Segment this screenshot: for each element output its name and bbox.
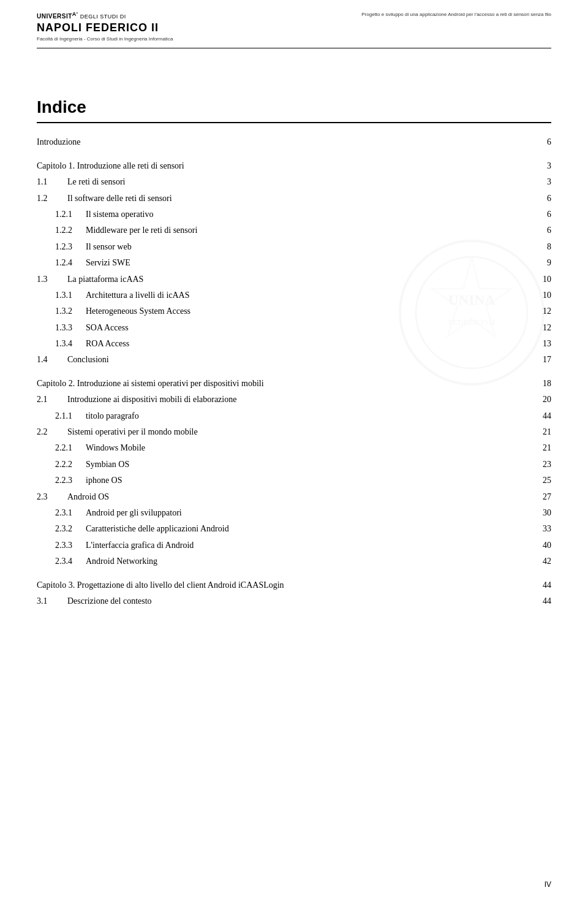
- toc-entry: 2.2.1Windows Mobile21: [37, 441, 551, 455]
- toc-entry: 2.3.3L'interfaccia grafica di Android40: [37, 539, 551, 552]
- toc-label: titolo paragrafo: [86, 409, 533, 423]
- toc-page: 44: [533, 409, 551, 423]
- toc-number: 2.3.2: [37, 522, 86, 536]
- content: Indice Introduzione6Capitolo 1. Introduz…: [37, 48, 551, 608]
- toc-number: 1.3.1: [37, 289, 86, 302]
- toc-entry: 2.2.3iphone OS25: [37, 474, 551, 487]
- toc: Introduzione6Capitolo 1. Introduzione al…: [37, 135, 551, 608]
- toc-number: 2.3.3: [37, 539, 86, 552]
- toc-page: 8: [533, 240, 551, 254]
- toc-label: Architettura a livelli di icAAS: [86, 289, 533, 302]
- toc-number: 1.1: [37, 175, 67, 189]
- chapter-label: Capitolo 3. Progettazione di alto livell…: [37, 579, 284, 592]
- toc-entry: 1.3.3SOA Access12: [37, 321, 551, 335]
- toc-page: 13: [533, 337, 551, 351]
- toc-label: Middleware per le reti di sensori: [86, 224, 533, 237]
- toc-entry: 2.1.1titolo paragrafo44: [37, 409, 551, 423]
- chapter-label: Capitolo 2. Introduzione ai sistemi oper…: [37, 377, 264, 390]
- toc-page: 25: [533, 474, 551, 487]
- toc-entry: 1.2Il software delle reti di sensori6: [37, 192, 551, 205]
- toc-entry: 1.2.3Il sensor web8: [37, 240, 551, 254]
- toc-entry: 1.2.1Il sistema operativo6: [37, 208, 551, 221]
- toc-number: 1.3.2: [37, 305, 86, 318]
- toc-number: 2.2: [37, 425, 67, 439]
- toc-label: La piattaforma icAAS: [67, 273, 533, 286]
- header-left: UNIVERSITA' DEGLI STUDI DI NAPOLI FEDERI…: [37, 11, 173, 42]
- toc-label: Introduzione: [37, 135, 533, 149]
- toc-label: Introduzione ai dispositivi mobili di el…: [67, 393, 533, 406]
- toc-entry: 1.3.4ROA Access13: [37, 337, 551, 351]
- toc-entry: 1.3.1Architettura a livelli di icAAS10: [37, 289, 551, 302]
- toc-label: Descrizione del contesto: [67, 595, 533, 608]
- page: UNIVERSITA' DEGLI STUDI DI NAPOLI FEDERI…: [0, 0, 588, 901]
- toc-entry: 2.2.2Symbian OS23: [37, 458, 551, 471]
- toc-number: 1.3: [37, 273, 67, 286]
- toc-entry: 1.3.2Heterogeneous System Access12: [37, 305, 551, 318]
- toc-number: 2.1: [37, 393, 67, 406]
- university-name: UNIVERSITA' DEGLI STUDI DI NAPOLI FEDERI…: [37, 11, 173, 35]
- toc-number: 1.2.1: [37, 208, 86, 221]
- toc-number: 1.3.4: [37, 337, 86, 351]
- toc-label: Android per gli sviluppatori: [86, 506, 533, 520]
- chapter-label: Capitolo 1. Introduzione alle reti di se…: [37, 159, 184, 173]
- toc-label: Il software delle reti di sensori: [67, 192, 533, 205]
- toc-page: 10: [533, 273, 551, 286]
- toc-number: 2.2.1: [37, 441, 86, 455]
- toc-page: 6: [533, 192, 551, 205]
- toc-page: 21: [533, 441, 551, 455]
- indice-title: Indice: [37, 97, 551, 123]
- toc-number: 1.2: [37, 192, 67, 205]
- toc-number: 2.3: [37, 490, 67, 504]
- toc-page: 6: [533, 208, 551, 221]
- toc-entry: Capitolo 2. Introduzione ai sistemi oper…: [37, 377, 551, 390]
- toc-label: L'interfaccia grafica di Android: [86, 539, 533, 552]
- toc-entry: 2.2Sistemi operativi per il mondo mobile…: [37, 425, 551, 439]
- toc-number: 2.2.2: [37, 458, 86, 471]
- toc-entry: 2.3.2Caratteristiche delle applicazioni …: [37, 522, 551, 536]
- toc-number: 2.3.4: [37, 555, 86, 568]
- toc-page: 3: [533, 175, 551, 189]
- toc-number: 1.4: [37, 353, 67, 367]
- toc-page: 42: [533, 555, 551, 568]
- toc-entry: 1.2.4Servizi SWE9: [37, 256, 551, 270]
- toc-label: ROA Access: [86, 337, 533, 351]
- toc-page: 12: [533, 321, 551, 335]
- toc-page: 17: [533, 353, 551, 367]
- toc-page: 27: [533, 490, 551, 504]
- header: UNIVERSITA' DEGLI STUDI DI NAPOLI FEDERI…: [37, 0, 551, 48]
- toc-label: iphone OS: [86, 474, 533, 487]
- footer-page-number: IV: [545, 880, 551, 889]
- faculty-info: Facoltà di Ingegneria - Corso di Studi i…: [37, 36, 173, 42]
- toc-page: 40: [533, 539, 551, 552]
- toc-entry: 2.3.4Android Networking42: [37, 555, 551, 568]
- toc-entry: Introduzione6: [37, 135, 551, 149]
- toc-page: 44: [533, 595, 551, 608]
- toc-page: 9: [533, 256, 551, 270]
- toc-entry: Capitolo 1. Introduzione alle reti di se…: [37, 159, 551, 173]
- toc-label: Conclusioni: [67, 353, 533, 367]
- toc-number: 2.1.1: [37, 409, 86, 423]
- toc-page: 10: [533, 289, 551, 302]
- chapter-page: 44: [533, 579, 551, 592]
- toc-label: Android OS: [67, 490, 533, 504]
- toc-number: 1.2.3: [37, 240, 86, 254]
- toc-page: 6: [533, 224, 551, 237]
- toc-page: 33: [533, 522, 551, 536]
- toc-number: 1.2.2: [37, 224, 86, 237]
- toc-label: Il sistema operativo: [86, 208, 533, 221]
- toc-label: SOA Access: [86, 321, 533, 335]
- toc-entry: 2.1Introduzione ai dispositivi mobili di…: [37, 393, 551, 406]
- toc-page: 30: [533, 506, 551, 520]
- thesis-title: Progetto e sviluppo di una applicazione …: [361, 11, 551, 18]
- toc-number: 2.3.1: [37, 506, 86, 520]
- toc-page: 12: [533, 305, 551, 318]
- toc-label: Il sensor web: [86, 240, 533, 254]
- toc-entry: 1.2.2Middleware per le reti di sensori6: [37, 224, 551, 237]
- toc-label: Caratteristiche delle applicazioni Andro…: [86, 522, 533, 536]
- toc-page: 21: [533, 425, 551, 439]
- toc-entry: 2.3Android OS27: [37, 490, 551, 504]
- toc-page: 6: [533, 135, 551, 149]
- toc-label: Heterogeneous System Access: [86, 305, 533, 318]
- toc-number: 1.3.3: [37, 321, 86, 335]
- toc-number: 2.2.3: [37, 474, 86, 487]
